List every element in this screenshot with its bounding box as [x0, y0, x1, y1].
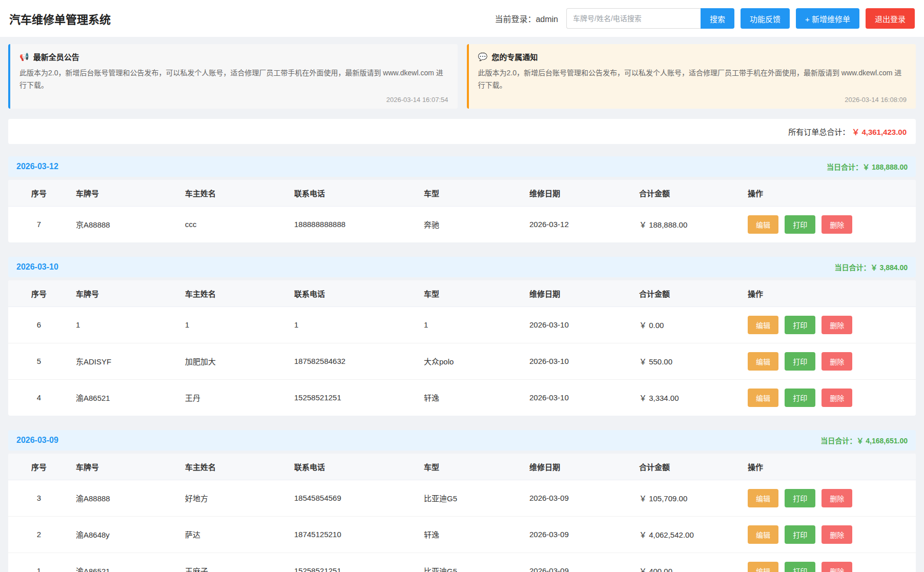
order-phone: 188888888888: [288, 206, 418, 242]
order-row: 6 1 1 1 1 2026-03-10 ￥ 0.00 编辑 打印 删除: [8, 307, 916, 343]
order-no: 6: [8, 307, 70, 343]
logout-button[interactable]: 退出登录: [866, 8, 915, 29]
delete-button[interactable]: 删除: [822, 489, 852, 507]
order-row: 7 京A88888 ccc 188888888888 奔驰 2026-03-12…: [8, 206, 916, 242]
column-header-repair-date: 维修日期: [523, 280, 633, 307]
date-group: 2026-03-10 当日合计：￥ 3,884.00 序号车牌号车主姓名联系电话…: [8, 257, 916, 416]
print-button[interactable]: 打印: [785, 389, 815, 407]
orders-table: 序号车牌号车主姓名联系电话车型维修日期合计金额操作 7 京A88888 ccc …: [8, 180, 916, 242]
edit-button[interactable]: 编辑: [748, 215, 778, 234]
feedback-button[interactable]: 功能反馈: [741, 8, 790, 29]
delete-button[interactable]: 删除: [822, 525, 852, 544]
table-header-row: 序号车牌号车主姓名联系电话车型维修日期合计金额操作: [8, 280, 916, 307]
column-header-owner: 车主姓名: [179, 280, 288, 307]
order-plate: 渝A86521: [70, 379, 179, 416]
notice-section: 📢 最新全员公告 此版本为2.0，新增后台账号管理和公告发布，可以私发个人账号，…: [8, 44, 916, 109]
print-button[interactable]: 打印: [785, 352, 815, 371]
order-owner: 1: [179, 307, 288, 343]
order-car-model: 比亚迪G5: [418, 553, 523, 572]
column-header-plate: 车牌号: [70, 280, 179, 307]
order-phone: 15258521251: [288, 553, 418, 572]
column-header-no: 序号: [8, 454, 70, 480]
column-header-plate: 车牌号: [70, 454, 179, 480]
order-plate: 渝A86521: [70, 553, 179, 572]
search-button[interactable]: 搜索: [701, 8, 734, 29]
announcement-header: 📢 最新全员公告: [19, 51, 448, 62]
edit-button[interactable]: 编辑: [748, 562, 778, 572]
app-title: 汽车维修单管理系统: [9, 10, 111, 27]
date-group-header: 2026-03-12 当日合计：￥ 188,888.00: [8, 156, 916, 177]
edit-button[interactable]: 编辑: [748, 389, 778, 407]
order-owner: 王丹: [179, 379, 288, 416]
megaphone-icon: 📢: [19, 52, 29, 62]
search-input[interactable]: [566, 8, 701, 29]
group-day-total: 当日合计：￥ 188,888.00: [827, 161, 908, 172]
orders-table: 序号车牌号车主姓名联系电话车型维修日期合计金额操作 3 渝A88888 好地方 …: [8, 454, 916, 572]
edit-button[interactable]: 编辑: [748, 489, 778, 507]
order-car-model: 大众polo: [418, 343, 523, 379]
order-car-model: 奔驰: [418, 206, 523, 242]
order-amount: ￥ 3,334.00: [633, 379, 742, 416]
edit-button[interactable]: 编辑: [748, 525, 778, 544]
column-header-owner: 车主姓名: [179, 180, 288, 207]
order-no: 1: [8, 553, 70, 572]
order-actions: 编辑 打印 删除: [742, 553, 916, 572]
delete-button[interactable]: 删除: [822, 389, 852, 407]
order-repair-date: 2026-03-09: [523, 553, 633, 572]
order-row: 2 渝A8648y 萨达 18745125210 轩逸 2026-03-09 ￥…: [8, 516, 916, 553]
order-actions: 编辑 打印 删除: [742, 480, 916, 516]
order-no: 2: [8, 516, 70, 553]
login-label: 当前登录：: [495, 15, 536, 24]
announcement-title: 最新全员公告: [33, 51, 79, 62]
date-group: 2026-03-09 当日合计：￥ 4,168,651.00 序号车牌号车主姓名…: [8, 430, 916, 572]
column-header-phone: 联系电话: [288, 454, 418, 480]
print-button[interactable]: 打印: [785, 489, 815, 507]
order-car-model: 轩逸: [418, 516, 523, 553]
column-header-model: 车型: [418, 454, 523, 480]
delete-button[interactable]: 删除: [822, 352, 852, 371]
print-button[interactable]: 打印: [785, 525, 815, 544]
order-amount: ￥ 550.00: [633, 343, 742, 379]
speech-bubble-icon: 💬: [478, 52, 488, 62]
topbar-actions: 当前登录：admin 搜索 功能反馈 + 新增维修单 退出登录: [495, 8, 915, 29]
search-group: 搜索: [566, 8, 734, 29]
announcement-card: 📢 最新全员公告 此版本为2.0，新增后台账号管理和公告发布，可以私发个人账号，…: [8, 44, 458, 109]
column-header-actions: 操作: [742, 280, 916, 307]
column-header-phone: 联系电话: [288, 180, 418, 207]
order-row: 4 渝A86521 王丹 15258521251 轩逸 2026-03-10 ￥…: [8, 379, 916, 416]
column-header-amount: 合计金额: [633, 280, 742, 307]
orders-table-card: 序号车牌号车主姓名联系电话车型维修日期合计金额操作 3 渝A88888 好地方 …: [8, 454, 916, 572]
order-plate: 渝A8648y: [70, 516, 179, 553]
order-amount: ￥ 4,062,542.00: [633, 516, 742, 553]
order-owner: 加肥加大: [179, 343, 288, 379]
delete-button[interactable]: 删除: [822, 562, 852, 572]
orders-table-card: 序号车牌号车主姓名联系电话车型维修日期合计金额操作 6 1 1 1 1 2026…: [8, 280, 916, 416]
order-phone: 18545854569: [288, 480, 418, 516]
order-groups: 2026-03-12 当日合计：￥ 188,888.00 序号车牌号车主姓名联系…: [0, 156, 924, 572]
add-repair-order-button[interactable]: + 新增维修单: [796, 8, 859, 29]
order-repair-date: 2026-03-12: [523, 206, 633, 242]
edit-button[interactable]: 编辑: [748, 352, 778, 371]
delete-button[interactable]: 删除: [822, 215, 852, 234]
order-actions: 编辑 打印 删除: [742, 379, 916, 416]
order-actions: 编辑 打印 删除: [742, 343, 916, 379]
personal-notice-body: 此版本为2.0，新增后台账号管理和公告发布，可以私发个人账号，适合修理厂员工带手…: [478, 67, 907, 92]
group-date: 2026-03-10: [16, 262, 58, 272]
print-button[interactable]: 打印: [785, 316, 815, 334]
order-car-model: 1: [418, 307, 523, 343]
edit-button[interactable]: 编辑: [748, 316, 778, 334]
delete-button[interactable]: 删除: [822, 316, 852, 334]
username: admin: [536, 15, 558, 24]
order-repair-date: 2026-03-10: [523, 379, 633, 416]
date-group: 2026-03-12 当日合计：￥ 188,888.00 序号车牌号车主姓名联系…: [8, 156, 916, 242]
column-header-model: 车型: [418, 280, 523, 307]
personal-notice-title: 您的专属通知: [491, 51, 538, 62]
order-amount: ￥ 105,709.00: [633, 480, 742, 516]
print-button[interactable]: 打印: [785, 215, 815, 234]
order-plate: 1: [70, 307, 179, 343]
order-phone: 18745125210: [288, 516, 418, 553]
print-button[interactable]: 打印: [785, 562, 815, 572]
group-date: 2026-03-09: [16, 436, 58, 445]
column-header-amount: 合计金额: [633, 454, 742, 480]
announcement-body: 此版本为2.0，新增后台账号管理和公告发布，可以私发个人账号，适合修理厂员工带手…: [19, 67, 448, 92]
